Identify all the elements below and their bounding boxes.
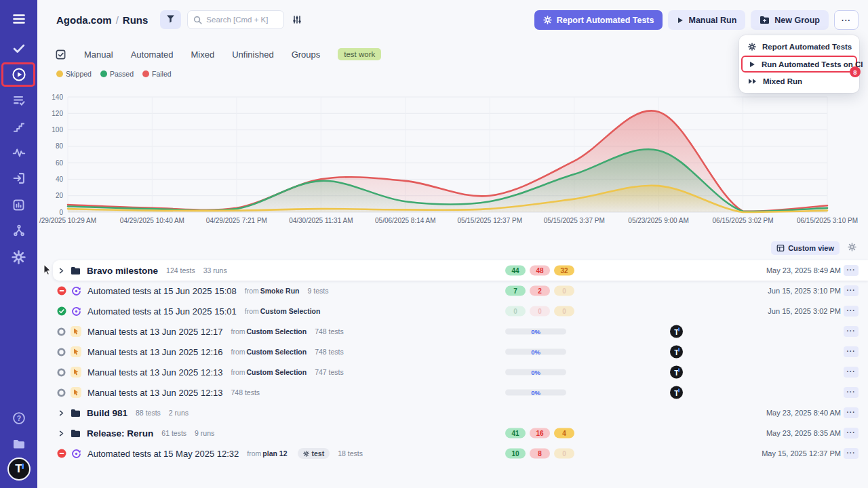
runs-table: Bravo milestone124 tests33 runs444832May… [0, 260, 868, 464]
chevron-right-icon[interactable] [57, 409, 66, 417]
tests-icon [12, 41, 26, 56]
new-group-button[interactable]: New Group [751, 10, 829, 30]
table-row[interactable]: Manual tests at 13 Jun 2025 12:13748 tes… [53, 382, 868, 403]
tab-manual[interactable]: Manual [84, 49, 113, 60]
row-more-button[interactable]: ··· [844, 285, 859, 296]
row-content: Bravo milestone124 tests33 runs [53, 260, 868, 281]
menu-item-report-automated-tests[interactable]: Report Automated Tests [739, 38, 859, 56]
progress-bar: 0% [505, 390, 566, 396]
table-row[interactable]: Automated tests at 15 Jun 2025 15:01from… [53, 301, 868, 321]
chevron-right-icon[interactable] [57, 430, 66, 437]
meta-count: 9 runs [195, 429, 214, 437]
sidebar-item-reports[interactable] [0, 192, 37, 217]
analytics-icon [12, 145, 26, 160]
row-more-button[interactable]: ··· [844, 448, 859, 459]
legend-item-skipped[interactable]: Skipped [56, 70, 92, 78]
row-more-button[interactable]: ··· [844, 265, 859, 276]
sidebar-item-analytics[interactable] [0, 140, 37, 165]
branches-icon [12, 223, 26, 238]
menu-item-mixed-run[interactable]: Mixed Run [739, 73, 859, 90]
automation-icon [543, 16, 552, 24]
new-group-label: New Group [774, 16, 820, 25]
sidebar-item-projects[interactable] [0, 431, 37, 455]
breadcrumb-separator: / [112, 14, 123, 26]
sidebar-item-menu[interactable] [0, 7, 37, 31]
view-settings-gear-icon[interactable] [848, 243, 856, 251]
row-more-button[interactable]: ··· [844, 326, 859, 337]
from-label: from [231, 327, 245, 336]
row-more-button[interactable]: ··· [844, 367, 859, 378]
sidebar-item-logo[interactable]: T [0, 457, 37, 481]
report-automated-tests-button[interactable]: Report Automated Tests [534, 10, 663, 30]
menu-item-run-automated-tests-on-ci[interactable]: Run Automated Tests on CI 8 [741, 56, 857, 73]
tab-automated[interactable]: Automated [131, 49, 174, 60]
table-row[interactable]: Bravo milestone124 tests33 runs444832May… [53, 260, 868, 281]
table-row[interactable]: Release: Rerun61 tests9 runs41164May 23,… [53, 423, 868, 443]
automated-run-icon [71, 286, 81, 296]
row-more-button[interactable]: ··· [844, 428, 859, 439]
tab-groups[interactable]: Groups [292, 49, 321, 60]
play-icon [677, 17, 684, 24]
manual-run-button[interactable]: Manual Run [668, 10, 745, 30]
meta-count: 88 tests [136, 409, 161, 417]
meta-count: 33 runs [203, 266, 227, 274]
search-box[interactable] [187, 10, 284, 29]
status-failed-icon [57, 449, 66, 458]
table-row[interactable]: Automated tests at 15 May 2025 12:32from… [53, 443, 868, 464]
sidebar-item-settings[interactable] [0, 245, 37, 269]
red-count-badge: 0 [530, 306, 550, 317]
table-row[interactable]: Manual tests at 13 Jun 2025 12:13fromCus… [53, 362, 868, 382]
legend-item-passed[interactable]: Passed [100, 70, 134, 78]
svg-text:?: ? [16, 414, 20, 422]
legend-item-failed[interactable]: Failed [142, 70, 172, 78]
source-name: Custom Selection [246, 348, 307, 356]
sidebar-item-runs[interactable] [0, 62, 37, 87]
mouse-cursor-icon [43, 264, 52, 278]
manual-run-icon [71, 367, 81, 378]
adjustments-button[interactable] [292, 14, 302, 25]
breadcrumb-project[interactable]: Agoda.com [56, 14, 112, 26]
row-more-button[interactable]: ··· [844, 387, 859, 398]
runs-list-icon[interactable] [55, 49, 66, 60]
run-date: Jun 15, 2025 3:10 PM [768, 287, 841, 295]
search-input[interactable] [206, 16, 278, 24]
status-failed-icon [57, 286, 66, 296]
tab-unfinished[interactable]: Unfinished [232, 49, 273, 60]
table-row[interactable]: Manual tests at 13 Jun 2025 12:17fromCus… [53, 321, 868, 342]
row-more-button[interactable]: ··· [844, 306, 859, 317]
fast-forward-icon [748, 78, 757, 85]
run-source: fromplan 12 [247, 449, 287, 458]
source-name: Custom Selection [260, 307, 321, 315]
more-dots: ··· [842, 16, 851, 24]
sidebar-item-tests[interactable] [0, 36, 37, 60]
progress-percent: 0% [505, 369, 566, 375]
group-title: Bravo milestone [87, 266, 158, 276]
table-row[interactable]: Automated tests at 15 Jun 2025 15:08from… [53, 281, 868, 301]
sidebar-item-steps[interactable] [0, 115, 37, 139]
custom-view-button[interactable]: Custom view [771, 241, 840, 255]
import-icon [12, 171, 26, 186]
red-count-badge: 16 [530, 428, 550, 439]
row-more-button[interactable]: ··· [844, 407, 859, 418]
filter-tag-badge[interactable]: test work [338, 48, 381, 60]
tab-mixed[interactable]: Mixed [191, 49, 215, 60]
table-row[interactable]: Build 98188 tests2 runsMay 23, 2025 8:40… [53, 403, 868, 423]
more-actions-button[interactable]: ··· [834, 10, 859, 30]
group-title: Build 981 [87, 408, 127, 418]
sidebar-item-import[interactable] [0, 166, 37, 190]
legend-label: Failed [152, 70, 172, 78]
menu-item-label: Run Automated Tests on CI [762, 60, 863, 68]
gear-icon [303, 451, 309, 457]
search-icon [193, 16, 202, 24]
result-badges: 000 [505, 306, 574, 317]
filter-button[interactable] [160, 10, 181, 29]
sidebar-item-help[interactable]: ? [0, 406, 37, 430]
row-more-button[interactable]: ··· [844, 346, 859, 357]
run-title: Automated tests at 15 Jun 2025 15:08 [87, 286, 237, 296]
run-source: fromCustom Selection [245, 307, 321, 315]
sidebar-item-test-plans[interactable] [0, 88, 37, 113]
table-row[interactable]: Manual tests at 13 Jun 2025 12:16fromCus… [53, 342, 868, 362]
chevron-right-icon[interactable] [57, 267, 66, 274]
progress-bar: 0% [505, 349, 566, 355]
sidebar-item-branches[interactable] [0, 218, 37, 243]
